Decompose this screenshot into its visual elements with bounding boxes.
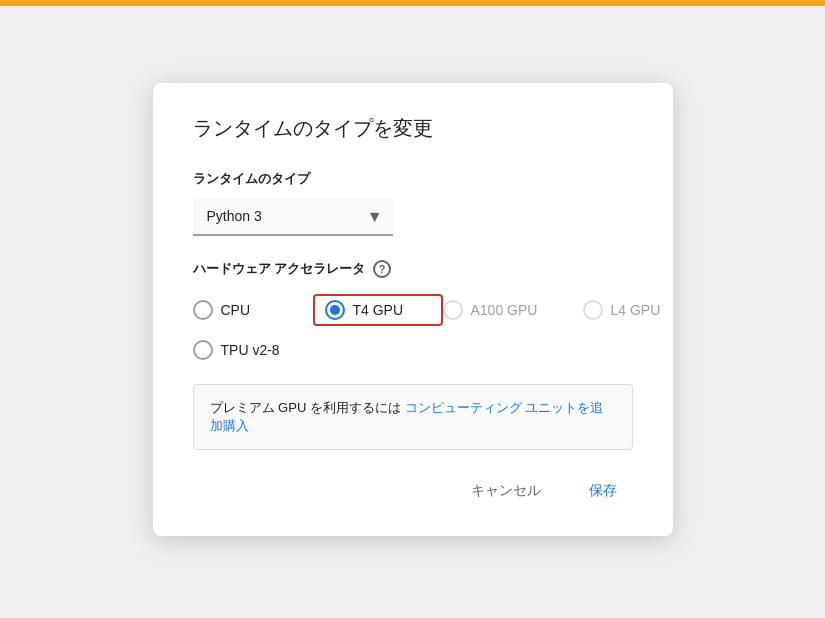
radio-a100gpu[interactable]: A100 GPU [443, 296, 583, 324]
runtime-type-label: ランタイムのタイプ [193, 170, 633, 188]
save-button[interactable]: 保存 [573, 474, 633, 508]
runtime-select-wrapper: Python 3 Python 2 ▼ [193, 198, 393, 236]
radio-t4gpu[interactable]: T4 GPU [313, 294, 443, 326]
radio-l4gpu-circle [583, 300, 603, 320]
runtime-select[interactable]: Python 3 Python 2 [193, 198, 393, 236]
radio-tpuv28-label: TPU v2-8 [221, 342, 280, 358]
radio-t4gpu-label: T4 GPU [353, 302, 404, 318]
top-bar [0, 0, 825, 6]
radio-l4gpu[interactable]: L4 GPU [583, 296, 703, 324]
radio-l4gpu-label: L4 GPU [611, 302, 661, 318]
radio-cpu-circle [193, 300, 213, 320]
hardware-label: ハードウェア アクセラレータ [193, 260, 366, 278]
radio-a100gpu-label: A100 GPU [471, 302, 538, 318]
hardware-section-header: ハードウェア アクセラレータ ? [193, 260, 633, 278]
dialog: ランタイムのタイプを変更 ランタイムのタイプ Python 3 Python 2… [153, 83, 673, 536]
radio-t4gpu-circle [325, 300, 345, 320]
hardware-options-row2: TPU v2-8 [193, 336, 633, 364]
radio-cpu-label: CPU [221, 302, 251, 318]
hardware-options-row1: CPU T4 GPU A100 GPU L4 GPU [193, 294, 633, 326]
help-icon[interactable]: ? [373, 260, 391, 278]
radio-tpuv28[interactable]: TPU v2-8 [193, 336, 313, 364]
info-box: プレミアム GPU を利用するには コンピューティング ユニットを追加購入 [193, 384, 633, 450]
radio-a100gpu-circle [443, 300, 463, 320]
cancel-button[interactable]: キャンセル [455, 474, 557, 508]
radio-tpuv28-circle [193, 340, 213, 360]
dialog-footer: キャンセル 保存 [193, 474, 633, 508]
dialog-overlay: ランタイムのタイプを変更 ランタイムのタイプ Python 3 Python 2… [0, 0, 825, 618]
info-text-before: プレミアム GPU を利用するには [210, 400, 405, 415]
dialog-title: ランタイムのタイプを変更 [193, 115, 633, 142]
radio-cpu[interactable]: CPU [193, 296, 313, 324]
